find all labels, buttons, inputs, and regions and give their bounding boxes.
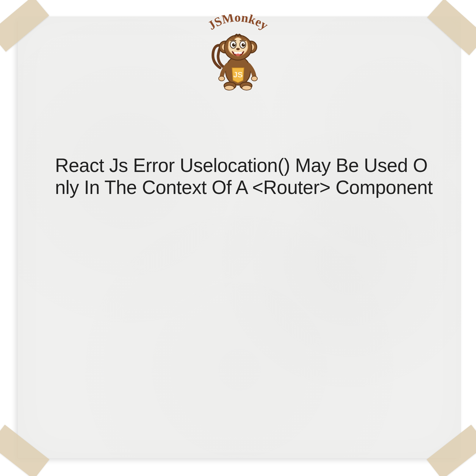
svg-point-5 (225, 85, 234, 90)
svg-point-16 (232, 43, 236, 47)
svg-point-20 (236, 48, 240, 50)
article-title: React Js Error Uselocation() May Be Used… (55, 155, 433, 198)
svg-point-18 (234, 43, 235, 45)
svg-point-21 (236, 54, 240, 56)
svg-point-7 (219, 76, 225, 81)
svg-text:JSMonkey: JSMonkey (206, 14, 271, 32)
svg-point-17 (242, 43, 245, 47)
svg-text:JS: JS (233, 70, 243, 79)
svg-point-19 (243, 43, 245, 45)
svg-point-6 (242, 85, 251, 90)
logo: JSMonkey JS (196, 14, 280, 92)
logo-brand-text: JSMonkey (196, 14, 280, 38)
svg-point-8 (251, 76, 257, 81)
